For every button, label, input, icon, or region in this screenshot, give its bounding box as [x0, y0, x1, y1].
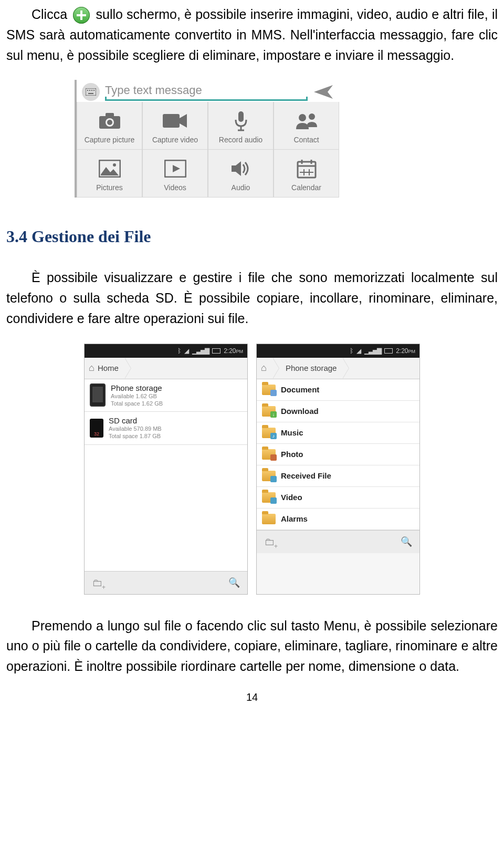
signal-icon: ▁▃▅▇	[364, 347, 381, 355]
folder-item[interactable]: Video	[257, 487, 419, 509]
folder-icon	[262, 492, 276, 503]
attach-camera[interactable]: Capture picture	[77, 102, 142, 150]
folder-item[interactable]: Alarms	[257, 509, 419, 530]
attach-label: Videos	[143, 183, 207, 192]
svg-point-14	[299, 114, 306, 121]
new-folder-icon[interactable]: 🗀	[92, 577, 102, 589]
folder-icon: ↓	[262, 406, 276, 417]
attach-grid: Capture pictureCapture videoRecord audio…	[77, 102, 339, 198]
folder-list: Document↓Download♪MusicPhotoReceived Fil…	[257, 379, 419, 530]
svg-rect-11	[238, 111, 244, 122]
contact-icon	[274, 109, 339, 132]
attach-play[interactable]: Videos	[142, 150, 208, 198]
storage-list: Phone storageAvailable 1.62 GBTotal spac…	[85, 379, 247, 445]
messaging-attach-panel: Type text message Capture pictureCapture…	[75, 80, 339, 198]
attach-label: Contact	[274, 136, 339, 144]
crumb-separator	[125, 358, 131, 379]
attach-label: Capture video	[143, 136, 207, 144]
status-bar: ᛒ ◢ ▁▃▅▇ 2:20PM	[257, 344, 419, 358]
attach-label: Record audio	[208, 136, 273, 144]
document-page: Clicca sullo schermo, è possibile inseri…	[0, 4, 504, 714]
status-time: 2:20PM	[396, 347, 415, 355]
input-underline	[105, 99, 308, 101]
folder-name: Music	[281, 428, 303, 437]
image-icon	[77, 157, 142, 180]
storage-text: Phone storageAvailable 1.62 GBTotal spac…	[111, 383, 163, 408]
empty-space	[85, 445, 247, 571]
crumb-separator	[343, 358, 349, 379]
attach-video[interactable]: Capture video	[142, 102, 208, 150]
crumb-separator	[273, 358, 279, 379]
crumb-label: Home	[98, 364, 119, 372]
folder-item[interactable]: Photo	[257, 444, 419, 465]
breadcrumb[interactable]: ⌂ Phone storage	[257, 358, 419, 379]
crumb-label: Phone storage	[286, 364, 337, 372]
home-icon: ⌂	[89, 362, 94, 374]
message-input[interactable]: Type text message	[105, 84, 308, 101]
attach-speaker[interactable]: Audio	[208, 150, 274, 198]
svg-rect-4	[93, 90, 94, 91]
intro-paragraph: Clicca sullo schermo, è possibile inseri…	[6, 4, 498, 65]
file-manager-left: ᛒ ◢ ▁▃▅▇ 2:20PM ⌂ Home Phone storageAvai…	[84, 344, 248, 595]
folder-name: Document	[281, 385, 319, 394]
search-icon[interactable]: 🔍	[228, 577, 240, 588]
folder-item[interactable]: ♪Music	[257, 422, 419, 444]
svg-point-15	[309, 113, 315, 120]
new-folder-icon[interactable]: 🗀	[264, 536, 275, 548]
folder-item[interactable]: Document	[257, 379, 419, 401]
bottom-toolbar: 🗀 🔍	[257, 530, 419, 553]
bottom-toolbar: 🗀 🔍	[85, 571, 247, 594]
storage-item[interactable]: 32SD cardAvailable 570.89 MBTotal space …	[85, 412, 247, 445]
message-input-row: Type text message	[77, 80, 339, 102]
folder-name: Download	[281, 407, 319, 416]
storage-item[interactable]: Phone storageAvailable 1.62 GBTotal spac…	[85, 379, 247, 412]
attach-label: Audio	[208, 183, 273, 192]
folder-name: Video	[281, 493, 302, 502]
svg-rect-2	[89, 90, 90, 91]
folder-icon	[262, 385, 276, 395]
attach-label: Capture picture	[77, 136, 142, 144]
svg-point-9	[107, 120, 112, 125]
bluetooth-icon: ᛒ	[177, 347, 181, 355]
bluetooth-icon: ᛒ	[350, 347, 353, 355]
folder-item[interactable]: ↓Download	[257, 401, 419, 422]
svg-rect-10	[163, 114, 180, 128]
breadcrumb[interactable]: ⌂ Home	[85, 358, 247, 379]
page-number: 14	[6, 691, 498, 703]
long-press-paragraph: Premendo a lungo sul file o facendo clic…	[6, 616, 498, 677]
attach-contact[interactable]: Contact	[274, 102, 339, 150]
folder-icon	[262, 449, 276, 460]
keyboard-icon[interactable]	[82, 83, 100, 101]
file-manager-right: ᛒ ◢ ▁▃▅▇ 2:20PM ⌂ Phone storage Document…	[256, 344, 420, 595]
calendar-icon	[274, 157, 339, 180]
video-icon	[143, 109, 207, 132]
file-manager-row: ᛒ ◢ ▁▃▅▇ 2:20PM ⌂ Home Phone storageAvai…	[6, 344, 498, 595]
svg-rect-0	[86, 88, 96, 96]
svg-rect-3	[91, 90, 92, 91]
signal-icon: ▁▃▅▇	[192, 347, 209, 355]
folder-item[interactable]: Received File	[257, 465, 419, 487]
phone-icon	[90, 383, 106, 407]
attach-calendar[interactable]: Calendar	[274, 150, 339, 198]
folder-name: Alarms	[281, 514, 308, 523]
section-heading: 3.4 Gestione dei File	[6, 227, 498, 246]
attach-label: Pictures	[77, 183, 142, 192]
search-icon[interactable]: 🔍	[401, 536, 412, 547]
battery-icon	[212, 348, 220, 354]
play-icon	[143, 157, 207, 180]
clicca-word: Clicca	[32, 7, 67, 22]
svg-rect-7	[106, 113, 114, 117]
folder-icon	[262, 471, 276, 481]
svg-rect-19	[298, 162, 316, 178]
sdcard-icon: 32	[90, 419, 103, 438]
status-bar: ᛒ ◢ ▁▃▅▇ 2:20PM	[85, 344, 247, 358]
svg-point-17	[113, 163, 116, 167]
svg-rect-1	[87, 90, 88, 91]
attach-image[interactable]: Pictures	[77, 150, 142, 198]
mic-icon	[208, 109, 273, 132]
home-icon: ⌂	[261, 362, 267, 374]
attach-mic[interactable]: Record audio	[208, 102, 274, 150]
send-icon[interactable]	[313, 83, 334, 101]
folder-icon	[262, 514, 276, 524]
battery-icon	[384, 348, 393, 354]
